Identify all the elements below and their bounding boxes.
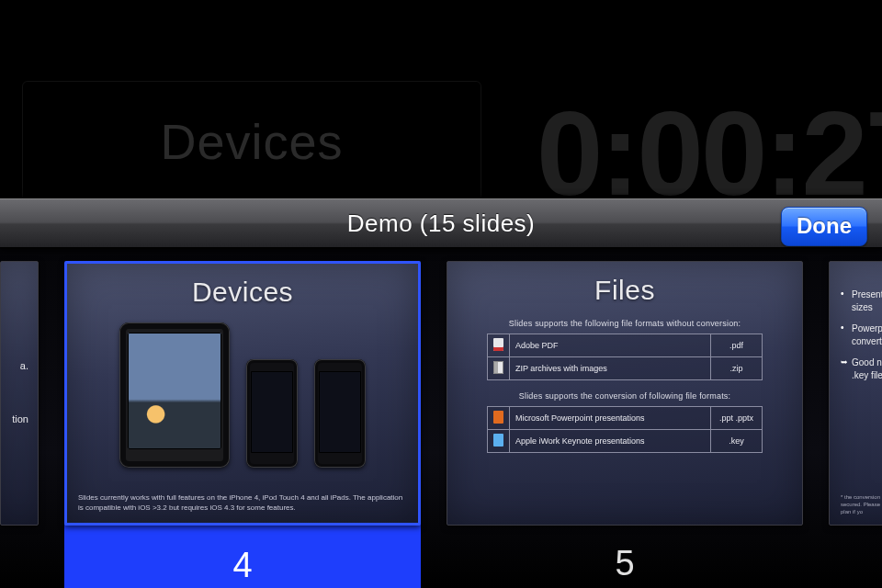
slide-4-number: 4 [64,524,421,588]
picker-title: Demo (15 slides) [347,209,536,238]
devices-illustration [67,322,418,468]
formats-table-1: Adobe PDF .pdf ZIP archives with images … [487,334,763,380]
ipad-icon [119,322,230,468]
slide-thumb-5[interactable]: Files Slides supports the following file… [447,261,803,588]
slide-thumb-6[interactable]: Presentation other sizes Powerpoint conv… [829,261,882,526]
slide-5-sub1: Slides supports the following file forma… [447,319,802,328]
formats-table-2: Microsoft Powerpoint presentations .ppt … [487,406,763,453]
zip-icon [493,361,503,374]
slide-3-fragment: a. tion [12,358,28,427]
slide-6-footnote: * the conversion is a paid transfer is s… [841,493,882,515]
slide-thumb-3[interactable]: a. tion [0,261,39,526]
iphone-icon [314,359,366,468]
slide-5-number: 5 [447,526,803,588]
slide-4-footnote: Slides currently works with full feature… [78,493,407,514]
slide-5-title: Files [447,262,802,313]
key-icon [493,434,503,447]
slide-4-title: Devices [67,264,418,315]
slide-5-sub2: Slides supports the conversion of follow… [447,391,802,401]
iphone-icon [246,359,298,468]
slide-thumb-4[interactable]: Devices [64,261,421,588]
pdf-icon [493,338,503,351]
done-button[interactable]: Done [781,207,867,246]
slide-6-bullets: Presentation other sizes Powerpoint conv… [839,277,882,386]
slide-picker-toolbar: Demo (15 slides) Done [0,198,882,248]
thumbnail-strip[interactable]: a. tion Devices [0,248,882,588]
ppt-icon [493,411,503,424]
